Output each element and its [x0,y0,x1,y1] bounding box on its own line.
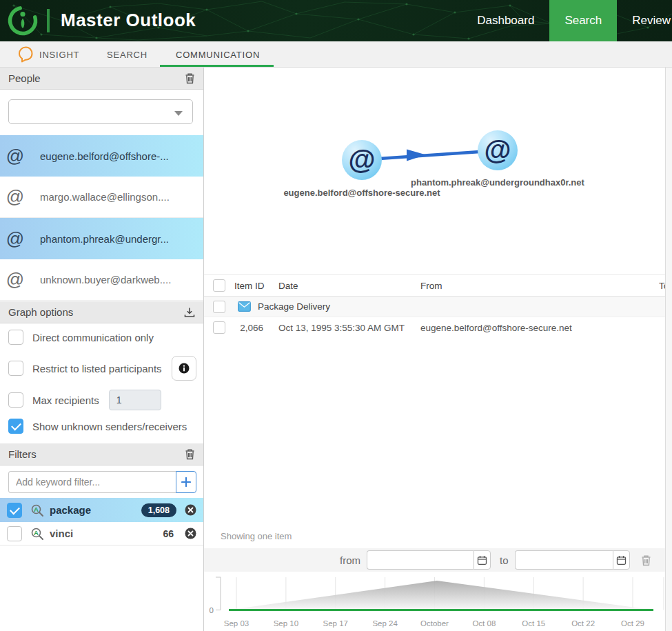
tab-search[interactable]: SEARCH [107,41,147,68]
column-from[interactable]: From [420,281,659,291]
plus-icon [181,477,191,487]
option-max-recipients: Max recipients [8,390,198,410]
person-item[interactable]: @ unknown.buyer@darkweb.... [0,259,203,301]
at-icon: @ [0,146,30,167]
app-window: Master Outlook Dashboard Search Review I… [0,0,672,631]
row-checkbox[interactable] [213,321,225,334]
at-icon: @ [0,269,30,290]
people-section-header: People [0,68,203,90]
email-envelope-icon [238,301,251,312]
filter-count: 66 [163,528,174,539]
from-label: from [340,554,360,566]
filter-keyword: package [50,504,91,516]
people-select[interactable] [8,99,193,124]
table-group-row[interactable]: Package Delivery [204,297,665,317]
person-email: eugene.belford@offshore-... [40,150,169,162]
tab-communication[interactable]: COMMUNICATION [176,41,260,68]
max-recipients-checkbox[interactable] [8,392,23,408]
max-recipients-input[interactable] [109,390,161,410]
graph-options-title: Graph options [8,306,73,318]
restrict-participants-checkbox[interactable] [8,361,23,376]
table-header-row: Item ID Date From To [204,274,665,297]
person-email: phantom.phreak@undergr... [40,233,169,245]
remove-filter-icon[interactable] [185,528,196,539]
filter-vinci-checkbox[interactable] [7,526,22,541]
filters-clear-trash-icon[interactable] [185,448,195,460]
filters-section-header: Filters [0,443,203,465]
cell-date: Oct 13, 1995 3:55:30 AM GMT [278,323,420,333]
people-list: @ eugene.belford@offshore-... @ margo.wa… [0,135,203,301]
header-nav: Dashboard Search Review [462,0,672,41]
x-tick-label: Sep 24 [372,619,398,628]
chevron-down-icon [174,111,183,116]
from-calendar-icon[interactable] [474,550,491,570]
column-item-id[interactable]: Item ID [234,281,278,291]
filter-count-badge: 1,608 [141,503,176,517]
y-tick-label: 0 [210,606,214,614]
person-item[interactable]: @ margo.wallace@ellingson.... [0,177,203,218]
select-all-checkbox[interactable] [213,279,225,292]
main-panel: @ @ eugene.belford@offshore-secure.net p… [204,68,665,631]
nav-review[interactable]: Review [617,0,672,41]
direct-communication-checkbox[interactable] [8,330,23,345]
x-tick-label: Oct 22 [571,619,595,628]
person-email: margo.wallace@ellingson.... [40,191,170,203]
keyword-filter-input[interactable] [8,471,176,493]
svg-text:A: A [34,529,39,537]
vertical-scrollbar[interactable] [665,68,672,631]
people-clear-trash-icon[interactable] [185,72,195,84]
to-calendar-icon[interactable] [613,550,630,570]
x-tick-label: Oct 29 [621,619,644,628]
graph-node-label: eugene.belford@offshore-secure.net [283,188,440,198]
from-date-input[interactable] [367,550,474,570]
active-tab-underline [160,65,274,67]
tab-bar: INSIGHT SEARCH COMMUNICATION [0,41,672,68]
volume-area [229,581,653,610]
person-email: unknown.buyer@darkweb.... [40,274,171,286]
nav-search[interactable]: Search [549,0,617,41]
to-label: to [500,554,509,566]
clear-date-range-trash-icon[interactable] [641,554,651,566]
timeline-chart: Sep 03Sep 10Sep 17Sep 24OctoberOct 08Oct… [204,574,665,631]
graph-node-label: phantom.phreak@undergroundhax0r.net [411,177,584,188]
app-title: Master Outlook [61,10,196,31]
filter-item-package[interactable]: A package 1,608 [0,498,203,522]
remove-filter-icon[interactable] [185,504,196,516]
x-tick-label: Oct 08 [472,619,496,628]
group-checkbox[interactable] [213,301,225,313]
add-filter-button[interactable] [176,471,196,493]
app-logo-icon [6,4,39,37]
show-unknown-label: Show unknown senders/receivers [32,421,187,432]
download-graph-icon[interactable] [184,307,195,318]
restrict-info-button[interactable] [172,356,196,381]
tab-insight[interactable]: INSIGHT [39,41,79,68]
show-unknown-checkbox[interactable] [8,419,23,434]
logo-divider [47,9,50,32]
table-row[interactable]: 2,066 Oct 13, 1995 3:55:30 AM GMT eugene… [204,317,665,338]
nav-dashboard[interactable]: Dashboard [462,0,549,41]
filter-item-vinci[interactable]: A vinci 66 [0,522,203,545]
group-subject: Package Delivery [258,301,330,312]
column-date[interactable]: Date [278,281,420,291]
person-item[interactable]: @ phantom.phreak@undergr... [0,218,203,259]
cell-item-id: 2,066 [234,323,278,333]
column-to[interactable]: To [659,281,665,291]
x-tick-label: Sep 17 [323,619,348,628]
option-restrict-participants: Restrict to listed participants [8,356,198,381]
graph-node-receiver[interactable]: @ [478,130,518,170]
at-icon: @ [0,228,30,250]
person-item[interactable]: @ eugene.belford@offshore-... [0,135,203,177]
keyword-search-icon: A [30,503,44,517]
date-range-bar: from to [204,548,665,572]
x-tick-label: Sep 10 [274,619,298,628]
x-tick-label: October [420,619,449,628]
direct-communication-label: Direct communication only [32,332,154,343]
graph-node-sender[interactable]: @ [342,140,382,180]
option-direct-communication: Direct communication only [8,330,198,345]
filter-package-checkbox[interactable] [7,503,22,518]
graph-edge [369,151,490,159]
option-show-unknown: Show unknown senders/receivers [8,419,198,434]
app-header: Master Outlook Dashboard Search Review [0,0,672,41]
x-tick-label: Oct 15 [522,619,545,628]
to-date-input[interactable] [515,550,613,570]
